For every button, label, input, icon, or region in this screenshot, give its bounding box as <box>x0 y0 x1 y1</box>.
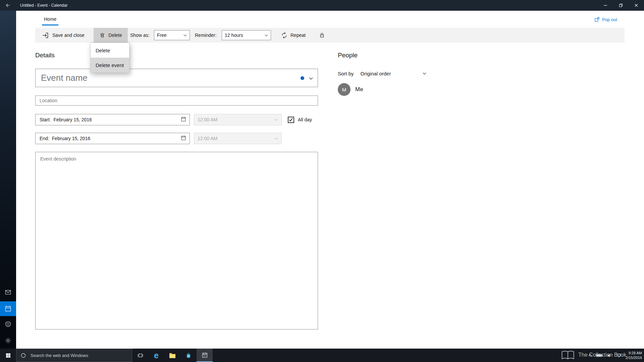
network-tray-icon[interactable] <box>616 353 622 358</box>
volume-tray-icon[interactable] <box>607 353 612 358</box>
start-button[interactable] <box>0 349 16 362</box>
sidebar-item-calendar[interactable] <box>0 301 16 316</box>
repeat-icon <box>281 32 287 39</box>
show-as-select[interactable]: Free <box>154 30 190 40</box>
taskbar-search[interactable] <box>16 349 132 362</box>
chevron-down-icon <box>183 34 187 37</box>
taskbar-search-input[interactable] <box>31 353 132 358</box>
attendee-name: Me <box>355 86 363 93</box>
close-button[interactable] <box>629 0 644 11</box>
tray-expand-button[interactable] <box>588 354 592 357</box>
start-date-value: February 15, 2016 <box>53 117 92 122</box>
chevron-down-icon <box>275 119 278 121</box>
chevron-down-icon <box>265 34 268 37</box>
sort-order-value: Original order <box>361 71 391 76</box>
sidebar-item-mail[interactable] <box>0 285 16 300</box>
all-day-row: All day <box>288 114 312 125</box>
caption-buttons <box>598 0 644 11</box>
folder-icon <box>169 352 176 358</box>
app-window: Home Pop out Save and close Delete Show … <box>16 11 644 349</box>
close-icon <box>634 3 638 7</box>
sort-by-label: Sort by <box>338 71 354 76</box>
clock-date: 2/15/2016 <box>626 355 642 360</box>
end-label: End: <box>40 136 49 141</box>
private-button[interactable] <box>316 28 328 43</box>
chevron-down-icon <box>423 72 426 75</box>
location-field <box>35 96 318 106</box>
edge-icon: e <box>154 351 159 360</box>
reminder-label: Reminder: <box>195 28 217 43</box>
event-description-textarea[interactable] <box>36 152 318 329</box>
minimize-icon <box>603 3 607 7</box>
delete-button[interactable]: Delete <box>94 28 128 43</box>
restore-button[interactable] <box>613 0 629 11</box>
event-color-dot[interactable] <box>301 76 304 80</box>
window-title: Untitled - Event - Calendar <box>20 0 67 11</box>
all-day-label: All day <box>298 117 312 122</box>
reminder-select[interactable]: 12 hours <box>222 30 271 40</box>
end-time-select: 12:00 AM <box>194 133 282 144</box>
save-and-close-label: Save and close <box>52 33 85 38</box>
screen: Untitled - Event - Calendar <box>0 0 644 362</box>
smiley-icon <box>5 321 11 327</box>
calendar-app-icon <box>202 352 208 358</box>
file-explorer-button[interactable] <box>164 349 180 362</box>
pop-out-icon <box>594 17 600 22</box>
check-icon <box>289 118 293 122</box>
cortana-icon <box>20 353 26 358</box>
start-time-value: 12:00 AM <box>198 117 217 122</box>
sidebar-item-settings[interactable] <box>0 333 16 348</box>
attendee-me[interactable]: M Me <box>338 83 363 96</box>
tab-home[interactable]: Home <box>42 13 58 25</box>
show-as-label: Show as: <box>130 28 150 43</box>
end-date-field[interactable]: End: February 15, 2016 <box>35 133 190 144</box>
date-picker-icon[interactable] <box>180 116 186 123</box>
pop-out-label: Pop out <box>602 17 617 22</box>
event-color-chevron-icon[interactable] <box>309 75 313 81</box>
details-heading: Details <box>35 52 55 59</box>
show-as-value: Free <box>157 33 167 38</box>
system-tray: 9:28 AM 2/15/2016 <box>588 349 642 362</box>
save-and-close-icon <box>42 32 49 39</box>
start-date-field[interactable]: Start: February 15, 2016 <box>35 114 190 125</box>
event-description-field <box>35 152 318 329</box>
avatar: M <box>338 83 351 96</box>
trash-icon <box>99 32 105 38</box>
gear-icon <box>5 337 11 344</box>
save-and-close-button[interactable]: Save and close <box>37 28 89 43</box>
end-time-value: 12:00 AM <box>198 136 217 141</box>
calendar-taskbar-button[interactable] <box>197 349 213 362</box>
back-button[interactable] <box>0 0 16 11</box>
lock-icon <box>319 32 325 38</box>
taskbar: e 9:28 AM 2/15/2016 <box>0 349 644 362</box>
menu-item-delete[interactable]: Delete <box>91 43 129 58</box>
start-time-select: 12:00 AM <box>194 114 282 125</box>
sidebar-item-feedback[interactable] <box>0 317 16 331</box>
pop-out-button[interactable]: Pop out <box>594 15 617 24</box>
store-bag-icon <box>185 352 192 359</box>
app-sidebar <box>0 11 16 349</box>
command-bar: Save and close Delete Show as: Free Remi… <box>35 28 625 43</box>
repeat-button[interactable]: Repeat <box>278 28 308 43</box>
location-input[interactable] <box>36 96 318 105</box>
sort-order-select[interactable]: Original order <box>358 68 429 78</box>
event-name-input[interactable] <box>36 69 318 87</box>
sort-row: Sort by Original order <box>338 68 429 78</box>
task-view-button[interactable] <box>132 349 148 362</box>
people-heading: People <box>338 52 358 59</box>
edge-button[interactable]: e <box>148 349 164 362</box>
end-date-value: February 15, 2016 <box>52 136 90 141</box>
all-day-checkbox[interactable] <box>288 117 294 123</box>
restore-icon <box>619 3 623 7</box>
task-view-icon <box>137 352 144 359</box>
chevron-down-icon <box>275 137 278 140</box>
minimize-button[interactable] <box>598 0 613 11</box>
menu-item-delete-event[interactable]: Delete event <box>91 58 129 72</box>
store-button[interactable] <box>180 349 197 362</box>
taskbar-clock[interactable]: 9:28 AM 2/15/2016 <box>626 351 642 360</box>
reminder-value: 12 hours <box>225 33 243 38</box>
windows-logo-icon <box>5 353 11 358</box>
battery-tray-icon[interactable] <box>596 354 603 357</box>
event-name-field <box>35 69 318 87</box>
date-picker-icon[interactable] <box>180 135 186 142</box>
